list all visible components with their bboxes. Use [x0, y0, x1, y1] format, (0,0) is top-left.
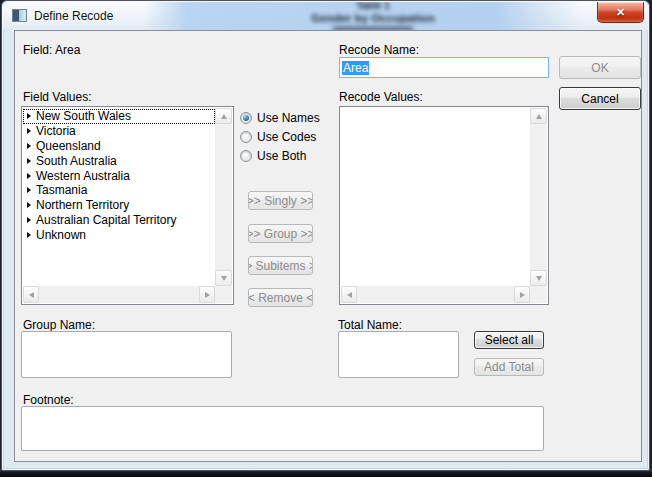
group-name-label: Group Name: [23, 318, 95, 332]
scrollbar-corner [215, 286, 232, 303]
arrow-right-icon [205, 292, 210, 298]
scroll-up-button[interactable] [530, 108, 547, 124]
radio-use-both[interactable]: Use Both [240, 146, 320, 165]
expand-triangle-icon[interactable] [27, 113, 31, 119]
field-value-label: Victoria [36, 124, 76, 138]
scroll-left-button[interactable] [23, 286, 39, 303]
scroll-down-button[interactable] [215, 270, 232, 286]
radio-icon [240, 131, 252, 143]
recode-name-label: Recode Name: [339, 43, 419, 57]
remove-button[interactable]: << Remove << [248, 288, 313, 307]
field-value-item[interactable]: Victoria [23, 124, 215, 139]
arrow-up-icon [536, 114, 542, 119]
expand-triangle-icon[interactable] [27, 202, 31, 208]
radio-use-codes[interactable]: Use Codes [240, 127, 320, 146]
total-name-label: Total Name: [338, 318, 402, 332]
scroll-left-button[interactable] [341, 286, 357, 303]
field-value-label: Australian Capital Territory [36, 213, 177, 227]
field-value-item[interactable]: New South Wales [23, 109, 215, 124]
titlebar[interactable]: Table 1 Gender by Occupation Define Reco… [3, 2, 648, 30]
arrow-right-icon [520, 292, 525, 298]
scroll-down-button[interactable] [530, 270, 547, 286]
expand-triangle-icon[interactable] [27, 173, 31, 179]
cancel-button[interactable]: Cancel [559, 87, 641, 110]
radio-icon [240, 150, 252, 162]
field-value-label: Queensland [36, 139, 101, 153]
field-value-item[interactable]: Unknown [23, 227, 215, 242]
group-button[interactable]: >> Group >> [248, 224, 313, 243]
subitems-button[interactable]: > Subitems > [248, 256, 313, 275]
radio-label: Use Both [257, 149, 306, 163]
footnote-input[interactable] [21, 406, 544, 451]
arrow-up-icon [221, 114, 227, 119]
expand-triangle-icon[interactable] [27, 158, 31, 164]
field-values-list[interactable]: New South Wales Victoria Queensland [21, 106, 234, 305]
define-recode-dialog: Table 1 Gender by Occupation Define Reco… [1, 0, 650, 471]
radio-dot-icon [243, 115, 249, 121]
field-value-item[interactable]: South Australia [23, 153, 215, 168]
radio-label: Use Codes [257, 130, 316, 144]
field-values-vertical-scrollbar[interactable] [215, 108, 232, 286]
recode-values-horizontal-scrollbar[interactable] [341, 286, 530, 303]
field-value-label: New South Wales [36, 109, 131, 123]
field-values-horizontal-scrollbar[interactable] [23, 286, 215, 303]
window-title: Define Recode [34, 9, 113, 23]
singly-button[interactable]: >> Singly >> [248, 191, 313, 210]
arrow-down-icon [221, 276, 227, 281]
expand-triangle-icon[interactable] [27, 128, 31, 134]
footnote-label: Footnote: [23, 393, 74, 407]
field-value-item[interactable]: Tasmania [23, 183, 215, 198]
field-value-item[interactable]: Australian Capital Territory [23, 213, 215, 228]
field-value-label: Unknown [36, 228, 86, 242]
recode-values-items [341, 108, 530, 286]
add-total-button[interactable]: Add Total [474, 358, 544, 376]
expand-triangle-icon[interactable] [27, 187, 31, 193]
arrow-left-icon [347, 292, 352, 298]
scrollbar-corner [530, 286, 547, 303]
expand-triangle-icon[interactable] [27, 232, 31, 238]
field-value-label: South Australia [36, 154, 117, 168]
recode-values-list[interactable] [339, 106, 549, 305]
recode-values-label: Recode Values: [339, 90, 423, 104]
app-icon [12, 9, 27, 22]
close-button[interactable]: ✕ [597, 2, 644, 23]
radio-label: Use Names [257, 111, 320, 125]
field-values-label: Field Values: [23, 90, 91, 104]
arrow-left-icon [29, 292, 34, 298]
field-value-label: Western Australia [36, 169, 130, 183]
expand-triangle-icon[interactable] [27, 217, 31, 223]
field-value-label: Tasmania [36, 183, 87, 197]
dialog-client-area: Field: Area Recode Name: Area OK Cancel … [14, 30, 642, 462]
total-name-input[interactable] [338, 331, 459, 378]
radio-icon [240, 112, 252, 124]
select-all-button[interactable]: Select all [474, 331, 544, 349]
close-icon: ✕ [616, 7, 625, 18]
field-values-items: New South Wales Victoria Queensland [23, 108, 215, 286]
arrow-down-icon [536, 276, 542, 281]
field-value-item[interactable]: Western Australia [23, 168, 215, 183]
ok-button[interactable]: OK [559, 56, 641, 79]
field-label: Field: Area [23, 43, 80, 57]
recode-values-vertical-scrollbar[interactable] [530, 108, 547, 286]
field-value-label: Northern Territory [36, 198, 129, 212]
screen: Table 1 Gender by Occupation Define Reco… [0, 0, 652, 477]
recode-name-input[interactable]: Area [339, 57, 549, 78]
group-name-input[interactable] [21, 331, 232, 378]
field-value-item[interactable]: Northern Territory [23, 198, 215, 213]
selected-text: Area [342, 61, 369, 75]
glass-tint [143, 2, 583, 30]
use-names-codes-radio-group: Use Names Use Codes Use Both [240, 108, 320, 165]
scroll-right-button[interactable] [514, 286, 530, 303]
field-value-item[interactable]: Queensland [23, 139, 215, 154]
expand-triangle-icon[interactable] [27, 143, 31, 149]
radio-use-names[interactable]: Use Names [240, 108, 320, 127]
scroll-up-button[interactable] [215, 108, 232, 124]
scroll-right-button[interactable] [199, 286, 215, 303]
